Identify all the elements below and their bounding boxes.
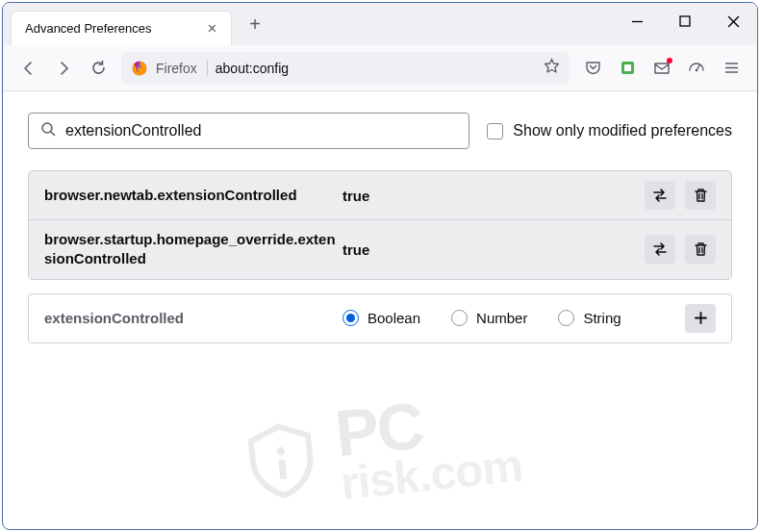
trash-icon [694, 188, 708, 203]
delete-button[interactable] [685, 181, 716, 210]
toolbar: Firefox [3, 45, 757, 91]
pocket-icon[interactable] [576, 52, 609, 85]
svg-point-7 [696, 68, 698, 71]
svg-rect-16 [278, 459, 287, 479]
window: Advanced Preferences × + [2, 2, 758, 530]
radio-string[interactable]: String [558, 310, 621, 326]
window-controls [627, 12, 743, 31]
content-area: Show only modified preferences browser.n… [3, 91, 757, 529]
pref-row[interactable]: browser.startup.homepage_override.extens… [29, 220, 731, 279]
pref-row[interactable]: browser.newtab.extensionControlled true [29, 171, 731, 220]
radio-input[interactable] [451, 310, 468, 326]
trash-icon [694, 241, 708, 257]
tab-close-icon[interactable]: × [208, 20, 217, 37]
watermark: PC risk.com [236, 386, 524, 515]
svg-rect-6 [624, 64, 631, 71]
tab-title: Advanced Preferences [25, 21, 152, 36]
pref-name: browser.startup.homepage_override.extens… [44, 230, 342, 269]
plus-icon [694, 311, 708, 325]
watermark-text-1: PC [333, 386, 520, 464]
add-button[interactable] [685, 304, 716, 333]
radio-boolean[interactable]: Boolean [342, 310, 420, 326]
radio-label: String [583, 310, 621, 326]
address-bar[interactable]: Firefox [121, 52, 570, 85]
new-tab-button[interactable]: + [241, 10, 269, 38]
pref-name: browser.newtab.extensionControlled [44, 186, 342, 205]
forward-button[interactable] [47, 52, 80, 85]
search-icon [40, 121, 56, 140]
svg-line-12 [51, 132, 55, 136]
toolbar-icons [576, 52, 747, 85]
pref-actions [645, 235, 716, 264]
watermark-text-2: risk.com [339, 444, 524, 505]
extension-icon[interactable] [611, 52, 644, 85]
firefox-logo-icon [131, 60, 148, 77]
type-radio-group: Boolean Number String [342, 310, 685, 326]
show-modified-checkbox-row[interactable]: Show only modified preferences [487, 122, 732, 139]
pref-value: true [342, 241, 645, 258]
show-modified-checkbox[interactable] [487, 123, 503, 139]
radio-label: Boolean [367, 310, 420, 326]
toggle-button[interactable] [645, 235, 675, 264]
search-input[interactable] [65, 122, 457, 139]
pref-actions [645, 181, 716, 210]
reload-button[interactable] [82, 52, 114, 85]
prefs-table: browser.newtab.extensionControlled true … [28, 170, 732, 280]
search-box[interactable] [28, 113, 469, 149]
close-window-button[interactable] [723, 12, 743, 31]
delete-button[interactable] [685, 235, 716, 264]
notification-badge [667, 58, 672, 63]
add-pref-name: extensionControlled [44, 310, 342, 326]
radio-input[interactable] [558, 310, 574, 326]
toggle-button[interactable] [645, 181, 675, 210]
bookmark-star-icon[interactable] [544, 58, 560, 78]
address-identity-label: Firefox [156, 61, 208, 76]
maximize-button[interactable] [675, 12, 695, 31]
radio-input[interactable] [342, 310, 359, 326]
radio-number[interactable]: Number [451, 310, 527, 326]
toggle-icon [651, 241, 669, 257]
search-row: Show only modified preferences [28, 113, 732, 149]
show-modified-label: Show only modified preferences [513, 122, 732, 139]
pref-value: true [342, 188, 645, 204]
mail-icon[interactable] [646, 52, 678, 85]
address-url-input[interactable] [215, 61, 536, 76]
radio-label: Number [476, 310, 527, 326]
menu-icon[interactable] [715, 52, 747, 85]
svg-point-15 [276, 446, 285, 455]
svg-rect-1 [680, 16, 690, 26]
back-button[interactable] [13, 52, 45, 85]
watermark-logo-icon [237, 416, 326, 505]
tab-advanced-preferences[interactable]: Advanced Preferences × [11, 11, 232, 45]
minimize-button[interactable] [627, 12, 646, 31]
add-pref-row: extensionControlled Boolean Number Strin… [28, 293, 732, 343]
dashboard-icon[interactable] [680, 52, 713, 85]
toggle-icon [651, 188, 669, 203]
